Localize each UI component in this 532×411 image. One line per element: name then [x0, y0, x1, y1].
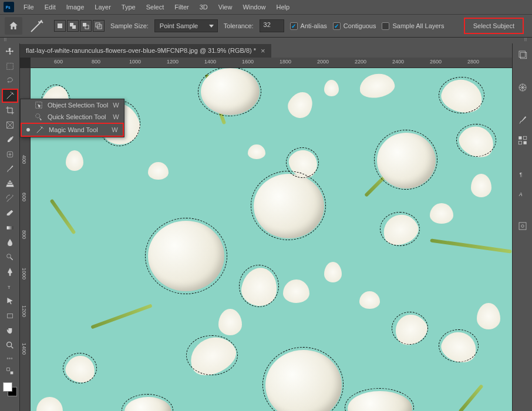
menu-layer[interactable]: Layer: [90, 2, 116, 12]
path-selection-tool[interactable]: [2, 294, 18, 308]
svg-rect-21: [520, 52, 527, 59]
crop-tool[interactable]: [2, 103, 18, 117]
brush-tool[interactable]: [2, 162, 18, 176]
sample-all-layers-checkbox[interactable]: Sample All Layers: [382, 22, 444, 30]
contiguous-checkbox[interactable]: Contiguous: [333, 22, 376, 30]
svg-rect-24: [523, 136, 526, 139]
blur-tool[interactable]: [2, 235, 18, 250]
selection-intersect-icon[interactable]: [93, 20, 105, 32]
panel-character-icon[interactable]: A: [515, 186, 530, 201]
svg-rect-4: [83, 23, 86, 26]
menu-file[interactable]: File: [19, 2, 39, 12]
svg-rect-20: [519, 51, 526, 58]
panel-brushes-icon[interactable]: [515, 113, 530, 128]
tool-flyout-menu: Object Selection Tool W Quick Selection …: [20, 99, 124, 137]
svg-text:T: T: [8, 285, 11, 290]
flyout-magic-wand[interactable]: Magic Wand Tool W: [21, 123, 124, 137]
menu-edit[interactable]: Edit: [40, 2, 60, 12]
selection-mode-group: [54, 20, 105, 32]
lasso-tool[interactable]: [2, 74, 18, 88]
home-button[interactable]: [5, 17, 22, 35]
menu-image[interactable]: Image: [62, 2, 89, 12]
svg-rect-17: [10, 372, 13, 375]
rectangle-tool[interactable]: [2, 309, 18, 323]
svg-rect-8: [6, 63, 13, 70]
svg-rect-23: [518, 136, 521, 139]
svg-point-30: [521, 225, 524, 228]
menu-type[interactable]: Type: [117, 2, 140, 12]
zoom-tool[interactable]: [2, 338, 18, 352]
svg-rect-1: [58, 23, 62, 28]
eraser-tool[interactable]: [2, 206, 18, 220]
selection-subtract-icon[interactable]: [80, 20, 92, 32]
svg-rect-25: [518, 142, 521, 144]
close-tab-icon[interactable]: ×: [261, 46, 265, 55]
svg-rect-11: [6, 226, 13, 229]
menu-help[interactable]: Help: [272, 2, 295, 12]
sample-size-label: Sample Size:: [110, 22, 149, 29]
menu-select[interactable]: Select: [142, 2, 169, 12]
type-tool[interactable]: T: [2, 279, 18, 294]
edit-toolbar[interactable]: [2, 364, 18, 378]
move-tool[interactable]: [2, 45, 18, 59]
document-tab[interactable]: flat-lay-of-white-ranunculus-flowers-ove…: [20, 44, 271, 58]
svg-text:A: A: [518, 192, 523, 197]
eyedropper-tool[interactable]: [2, 133, 18, 147]
healing-brush-tool[interactable]: [2, 147, 18, 161]
svg-rect-14: [7, 314, 12, 318]
selection-add-icon[interactable]: [67, 20, 79, 32]
menu-window[interactable]: Window: [238, 2, 270, 12]
panel-properties-icon[interactable]: [515, 218, 530, 234]
current-tool-icon[interactable]: [28, 18, 46, 33]
menu-filter[interactable]: Filter: [170, 2, 193, 12]
history-brush-tool[interactable]: [2, 191, 18, 206]
photoshop-logo-icon: Ps: [4, 2, 14, 12]
select-subject-button[interactable]: Select Subject: [464, 18, 524, 34]
tolerance-input[interactable]: 32: [260, 19, 284, 32]
right-collapsed-panels: ¶ A: [512, 43, 532, 411]
svg-rect-29: [519, 223, 526, 230]
svg-text:¶: ¶: [519, 172, 522, 177]
ruler-horizontal: 600 800 1000 1200 1400 1600 1800 2000 22…: [31, 58, 512, 68]
toolbox-more[interactable]: •••: [6, 355, 13, 362]
anti-alias-checkbox[interactable]: Anti-alias: [290, 22, 327, 30]
magic-wand-tool[interactable]: [2, 89, 18, 103]
toolbox: T •••: [0, 43, 20, 411]
document-tab-bar: flat-lay-of-white-ranunculus-flowers-ove…: [20, 43, 512, 58]
flyout-quick-selection[interactable]: Quick Selection Tool W: [21, 111, 124, 123]
svg-rect-26: [523, 142, 526, 144]
menu-3d[interactable]: 3D: [195, 2, 213, 12]
svg-rect-3: [72, 25, 76, 29]
panel-color-icon[interactable]: [515, 80, 530, 95]
svg-rect-16: [6, 368, 9, 371]
frame-tool[interactable]: [2, 118, 18, 132]
gradient-tool[interactable]: [2, 221, 18, 235]
panel-grip-row: ⠿⠿: [0, 38, 532, 43]
menubar: Ps File Edit Image Layer Type Select Fil…: [0, 0, 532, 14]
flyout-object-selection[interactable]: Object Selection Tool W: [21, 99, 124, 111]
sample-size-select[interactable]: Point Sample: [154, 19, 218, 32]
panel-paragraph-icon[interactable]: ¶: [515, 166, 530, 181]
marquee-tool[interactable]: [2, 59, 18, 73]
svg-text:Ps: Ps: [6, 5, 11, 9]
svg-point-19: [36, 114, 40, 118]
hand-tool[interactable]: [2, 324, 18, 338]
dodge-tool[interactable]: [2, 250, 18, 264]
tolerance-label: Tolerance:: [224, 22, 254, 29]
options-bar: Sample Size: Point Sample Tolerance: 32 …: [0, 14, 532, 38]
menu-view[interactable]: View: [214, 2, 237, 12]
svg-point-15: [6, 342, 11, 347]
color-swatches[interactable]: [3, 382, 17, 396]
pen-tool[interactable]: [2, 265, 18, 279]
panel-swatches-icon[interactable]: [515, 133, 530, 148]
selection-new-icon[interactable]: [54, 20, 66, 32]
svg-point-12: [6, 254, 11, 258]
clone-stamp-tool[interactable]: [2, 177, 18, 191]
panel-layers-icon[interactable]: [515, 47, 530, 62]
